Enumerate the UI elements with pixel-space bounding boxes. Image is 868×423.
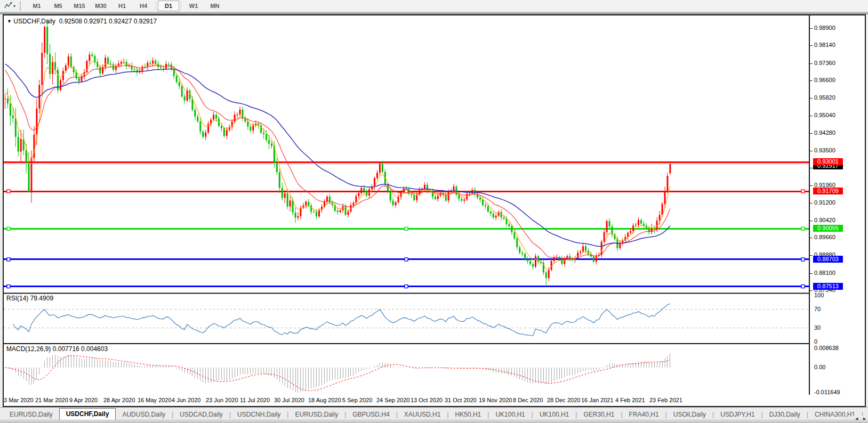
axis-tick	[810, 98, 813, 99]
date-label: 28 Dec 2020	[547, 397, 580, 403]
tab-usoil-daily[interactable]: USOil,Daily	[667, 409, 712, 420]
horizontal-lines[interactable]	[4, 162, 809, 287]
tab-dj30-daily[interactable]: DJ30,Daily	[763, 409, 807, 420]
line-handle[interactable]	[405, 285, 408, 288]
date-label: 9 Apr 2020	[69, 397, 98, 403]
chart-tab-bar: EURUSD,DailyUSDCHF,DailyAUDUSD,Daily|USD…	[0, 407, 868, 420]
axis-tick	[810, 203, 813, 204]
tab-audusd-daily[interactable]: AUDUSD,Daily	[116, 409, 172, 420]
axis-tick	[810, 185, 813, 186]
chevron-down-icon[interactable]: ▾	[13, 4, 15, 9]
collapse-triangle-icon[interactable]: ▼	[7, 19, 12, 24]
axis-tick	[810, 116, 813, 116]
price-tick-label: 0.98140	[814, 42, 835, 48]
rsi-indicator-label: RSI(14) 79.4909	[6, 295, 53, 302]
axis-tick	[810, 238, 813, 238]
chart-plot-area[interactable]	[4, 15, 810, 395]
rsi-tick-label: 100	[814, 292, 824, 298]
timeframe-button-M30[interactable]: M30	[90, 1, 111, 11]
zigzag-chart-icon	[4, 2, 12, 10]
line-handle[interactable]	[405, 190, 408, 193]
tab-uk100-h1[interactable]: UK100,H1	[533, 409, 575, 420]
timeframe-button-MN[interactable]: MN	[204, 1, 226, 11]
axis-tick	[810, 273, 813, 274]
pane-separator[interactable]	[4, 343, 810, 344]
tab-ger30-h1[interactable]: GER30,H1	[577, 409, 621, 420]
chart-tools-button[interactable]: ▾	[2, 2, 18, 10]
rsi-line	[13, 304, 670, 336]
line-handle[interactable]	[405, 258, 408, 261]
chart-window: ▼ USDCHF,Daily 0.92508 0.92971 0.92427 0…	[3, 14, 866, 407]
toolbar-grip[interactable]	[20, 2, 23, 10]
date-label: 13 Oct 2020	[411, 397, 443, 403]
date-label: 11 Jul 2020	[240, 397, 270, 403]
hline-price-label: 0.93001	[813, 158, 843, 165]
axis-tick	[810, 133, 813, 134]
hline-price-label: 0.87513	[813, 283, 843, 290]
line-handle[interactable]	[7, 227, 10, 230]
axis-tick	[810, 45, 813, 46]
timeframe-button-M1[interactable]: M1	[26, 1, 47, 11]
macd-tick-label: -0.011649	[814, 389, 840, 395]
tab-fra40-h1[interactable]: FRA40,H1	[623, 409, 665, 420]
mt4-terminal: ▾ M1M5M15M30H1H4D1W1MN ▼ USDCHF,Daily 0.…	[0, 0, 868, 423]
pane-separator[interactable]	[4, 293, 810, 294]
axis-tick	[810, 255, 813, 256]
tab-usdchf-daily[interactable]: USDCHF,Daily	[59, 408, 116, 420]
status-bar	[0, 420, 868, 423]
timeframe-button-W1[interactable]: W1	[183, 1, 204, 11]
price-tick-label: 0.96600	[814, 77, 835, 83]
timeframe-button-H1[interactable]: H1	[111, 1, 133, 11]
tab-uk100-h1[interactable]: UK100,H1	[489, 409, 531, 420]
rsi-level-lines	[4, 310, 809, 328]
price-tick-label: 0.89660	[814, 234, 835, 240]
rsi-tick-label: 0	[814, 338, 817, 345]
line-handle[interactable]	[801, 285, 805, 288]
date-label: 4 Jun 2020	[172, 397, 200, 403]
price-tick-label: 0.93500	[814, 147, 835, 153]
line-handle[interactable]	[801, 227, 805, 230]
timeframe-button-M5[interactable]: M5	[47, 1, 69, 11]
timeframe-button-M15[interactable]: M15	[69, 1, 90, 11]
line-handle[interactable]	[801, 258, 805, 261]
line-handle[interactable]	[7, 258, 10, 261]
price-tick-label: 0.91200	[814, 199, 835, 206]
axis-tick	[810, 290, 813, 291]
date-label: 16 Jan 2021	[581, 397, 614, 403]
ma-line-fast	[5, 62, 670, 270]
date-label: 5 Sep 2020	[342, 397, 372, 403]
tab-usdcad-daily[interactable]: USDCAD,Daily	[173, 409, 229, 420]
line-handle[interactable]	[7, 285, 10, 288]
line-handle[interactable]	[405, 227, 408, 230]
tab-eurusd-daily[interactable]: EURUSD,Daily	[3, 409, 59, 420]
price-axis[interactable]: 0.989000.981400.973600.966000.958200.950…	[810, 15, 865, 404]
axis-tick	[810, 80, 813, 81]
timeframe-button-D1[interactable]: D1	[158, 1, 179, 11]
tab-usdjpy-h1[interactable]: USDJPY,H1	[714, 409, 761, 420]
tab-gbpusd-h4[interactable]: GBPUSD,H4	[346, 409, 396, 420]
tab-xauusd-h1[interactable]: XAUUSD,H1	[398, 409, 447, 420]
date-label: 19 Nov 2020	[479, 397, 512, 403]
tab-usdcnh-daily[interactable]: USDCNH,Daily	[231, 409, 287, 420]
chart-title: ▼ USDCHF,Daily 0.92508 0.92971 0.92427 0…	[7, 18, 157, 25]
tab-eurusd-daily[interactable]: EURUSD,Daily	[288, 409, 344, 420]
chart-title-symbol: USDCHF,Daily	[13, 18, 55, 25]
axis-tick	[810, 168, 813, 168]
date-label: 21 Mar 2020	[35, 397, 68, 403]
hline-price-label: 0.91709	[813, 188, 843, 194]
tab-hk50-h1[interactable]: HK50,H1	[449, 409, 488, 420]
line-handle[interactable]	[7, 190, 10, 193]
candles	[4, 19, 671, 285]
price-tick-label: 0.90420	[814, 217, 835, 223]
date-label: 31 Oct 2020	[445, 397, 477, 403]
axis-tick	[810, 63, 813, 64]
line-handle[interactable]	[801, 190, 805, 193]
price-tick-label: 0.94280	[814, 129, 835, 136]
date-label: 23 Jun 2020	[206, 397, 238, 403]
date-label: 8 Dec 2020	[513, 397, 543, 403]
timeframe-button-H4[interactable]: H4	[133, 1, 154, 11]
date-label: 4 Feb 2021	[615, 397, 645, 403]
macd-histogram	[5, 353, 670, 393]
axis-tick	[810, 28, 813, 29]
hline-handles[interactable]	[7, 190, 805, 288]
